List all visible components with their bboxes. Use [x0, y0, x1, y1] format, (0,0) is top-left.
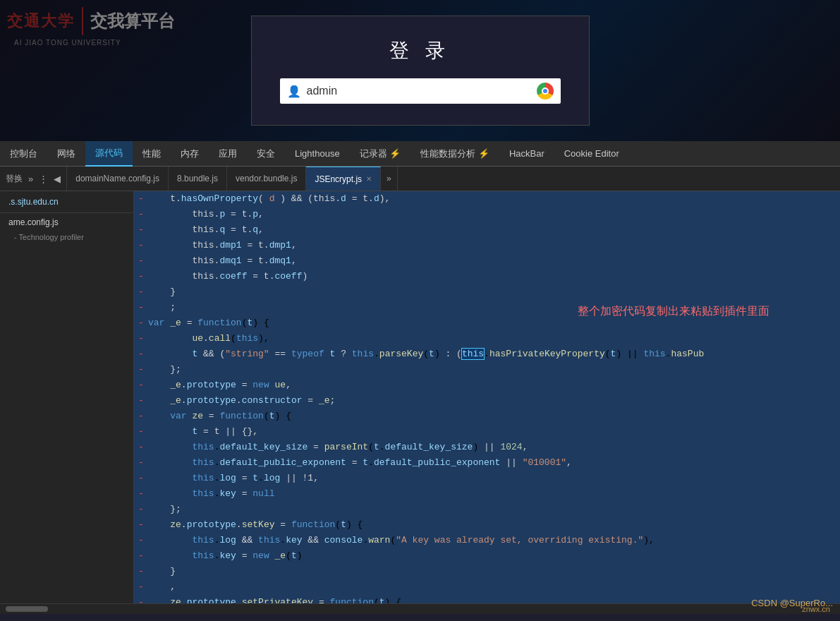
tab-more-icon: »	[386, 174, 391, 183]
tabs-bar: 替换 » ⋮ ◀ domainName.config.js 8.bundle.j…	[0, 167, 840, 191]
tab-vendor-bundle[interactable]: vendor.bundle.js	[227, 167, 306, 191]
line-dash: -	[134, 548, 148, 564]
code-content[interactable]: - t.hasOwnProperty( d ) && (this.d = t.d…	[134, 191, 840, 603]
line-dash: -	[134, 595, 148, 603]
code-line: - this.coeff = t.coeff)	[134, 269, 840, 284]
code-line: - this.dmq1 = t.dmq1,	[134, 253, 840, 269]
nav-console[interactable]: 控制台	[0, 141, 47, 167]
replace-label[interactable]: 替换	[6, 173, 23, 185]
tab-jsencrypt[interactable]: JSEncrypt.js ✕	[306, 167, 381, 191]
code-line: - this.key = null	[134, 486, 840, 502]
line-dash: -	[134, 222, 148, 238]
tab-8bundle[interactable]: 8.bundle.js	[169, 167, 227, 191]
code-line: - this.key = new _e(t)	[134, 548, 840, 564]
line-dash: -	[134, 269, 148, 284]
line-dash: -	[134, 207, 148, 222]
code-line: - this.p = t.p,	[134, 207, 840, 222]
tab-close-icon[interactable]: ✕	[366, 175, 372, 183]
chrome-icon	[537, 83, 554, 100]
nav-perf-insights[interactable]: 性能数据分析 ⚡	[410, 141, 499, 167]
code-line: - var ze = function(t) {	[134, 409, 840, 424]
code-line: - this.default_public_exponent = t.defau…	[134, 455, 840, 471]
login-modal: 登 录 👤	[251, 16, 590, 126]
code-area: .s.sjtu.edu.cn ame.config.js - Technolog…	[0, 191, 840, 603]
nav-performance[interactable]: 性能	[133, 141, 171, 167]
line-dash: -	[134, 315, 148, 331]
line-dash: -	[134, 346, 148, 362]
code-line: - }	[134, 284, 840, 300]
code-line: - this.log = t.log || !1,	[134, 471, 840, 486]
scroll-thumb[interactable]	[6, 606, 48, 612]
bottom-watermark: znwx.cn	[802, 605, 830, 613]
nav-security[interactable]: 安全	[247, 141, 285, 167]
nav-memory[interactable]: 内存	[171, 141, 209, 167]
code-line: - ue.call(this),	[134, 331, 840, 346]
devtools-navbar: 控制台 网络 源代码 性能 内存 应用 安全 Lighthouse 记录器 ⚡ …	[0, 141, 840, 167]
collapse-icon[interactable]: ◀	[54, 174, 61, 184]
line-dash: -	[134, 579, 148, 595]
code-line: - ;	[134, 300, 840, 315]
nav-lighthouse[interactable]: Lighthouse	[285, 141, 350, 167]
top-banner: 交通大学 交我算平台 AI JIAO TONG UNIVERSITY 登 录 👤	[0, 0, 840, 141]
line-dash: -	[134, 502, 148, 517]
code-line: - this.q = t.q,	[134, 222, 840, 238]
line-dash: -	[134, 284, 148, 300]
code-line: - t && ("string" == typeof t ? this.pars…	[134, 346, 840, 362]
code-line: - t.hasOwnProperty( d ) && (this.d = t.d…	[134, 191, 840, 207]
line-dash: -	[134, 253, 148, 269]
nav-recorder[interactable]: 记录器 ⚡	[350, 141, 411, 167]
line-dash: -	[134, 300, 148, 315]
user-icon: 👤	[287, 85, 301, 98]
line-dash: -	[134, 362, 148, 378]
nav-cookie-editor[interactable]: Cookie Editor	[554, 141, 629, 167]
code-line: - ,	[134, 579, 840, 595]
nav-application[interactable]: 应用	[209, 141, 247, 167]
line-dash: -	[134, 191, 148, 207]
code-line: - this.dmp1 = t.dmp1,	[134, 238, 840, 253]
left-sidebar: .s.sjtu.edu.cn ame.config.js - Technolog…	[0, 191, 134, 603]
nav-hackbar[interactable]: HackBar	[499, 141, 554, 167]
line-dash: -	[134, 424, 148, 440]
code-line: - this.log && this.key && console.warn("…	[134, 533, 840, 548]
line-dash: -	[134, 409, 148, 424]
code-line: - };	[134, 362, 840, 378]
chevron-icon[interactable]: »	[28, 174, 33, 184]
code-line: - t = t || {},	[134, 424, 840, 440]
code-line: - _e.prototype = new ue,	[134, 378, 840, 393]
code-line: - ze.prototype.setKey = function(t) {	[134, 517, 840, 533]
username-input[interactable]	[307, 85, 537, 97]
line-dash: -	[134, 471, 148, 486]
code-line: - }	[134, 564, 840, 579]
line-dash: -	[134, 440, 148, 455]
line-dash: -	[134, 533, 148, 548]
line-dash: -	[134, 393, 148, 409]
scrollbar-bottom[interactable]: znwx.cn	[0, 603, 840, 614]
chrome-icon-inner	[542, 88, 549, 95]
line-dash: -	[134, 238, 148, 253]
tabs-left-controls: 替换 » ⋮ ◀	[0, 167, 67, 191]
login-title: 登 录	[280, 37, 561, 64]
line-dash: -	[134, 331, 148, 346]
login-input-row[interactable]: 👤	[280, 78, 561, 104]
nav-network[interactable]: 网络	[47, 141, 85, 167]
line-dash: -	[134, 564, 148, 579]
nav-sources[interactable]: 源代码	[85, 141, 133, 167]
tab-domain-config[interactable]: domainName.config.js	[67, 167, 169, 191]
sidebar-tech: - Technology profiler	[0, 231, 133, 247]
line-dash: -	[134, 378, 148, 393]
tab-more[interactable]: »	[381, 167, 398, 191]
line-dash: -	[134, 517, 148, 533]
code-line: - _e.prototype.constructor = _e;	[134, 393, 840, 409]
code-lines: - t.hasOwnProperty( d ) && (this.d = t.d…	[134, 191, 840, 603]
code-line: - ze.prototype.setPrivateKey = function(…	[134, 595, 840, 603]
menu-icon[interactable]: ⋮	[39, 174, 48, 184]
code-line: - };	[134, 502, 840, 517]
sidebar-domain: .s.sjtu.edu.cn	[0, 191, 133, 213]
sidebar-file[interactable]: ame.config.js	[0, 213, 133, 231]
login-modal-overlay: 登 录 👤	[0, 0, 840, 141]
code-line: - var _e = function(t) {	[134, 315, 840, 331]
line-dash: -	[134, 455, 148, 471]
code-line: - this.default_key_size = parseInt(t.def…	[134, 440, 840, 455]
line-dash: -	[134, 486, 148, 502]
